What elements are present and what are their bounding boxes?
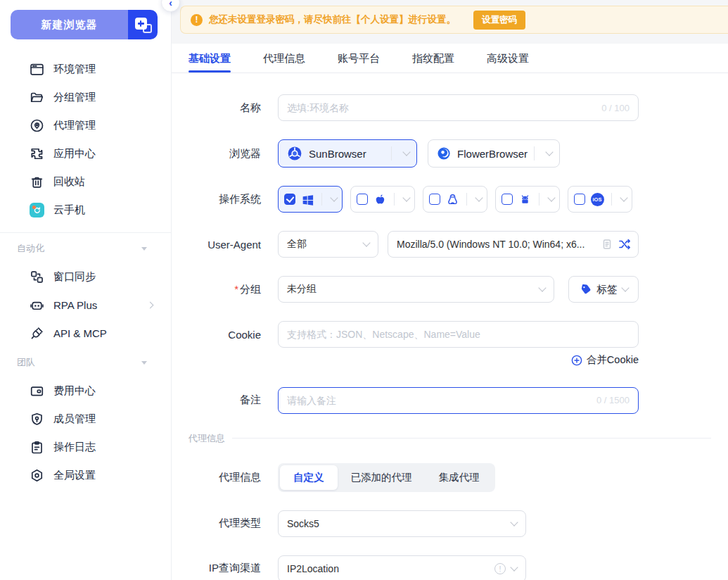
browser-option-flowerbrowser[interactable]: FlowerBrowser [428, 139, 560, 168]
copy-document-icon[interactable] [601, 239, 613, 250]
sidebar-item-label: 回收站 [53, 175, 85, 189]
remark-label: 备注 [189, 393, 261, 407]
tag-button-label: 标签 [597, 283, 618, 296]
sidebar-item-label: 应用中心 [53, 147, 96, 160]
collapse-chevron-icon: ‹ [169, 0, 172, 8]
tab-account-platform[interactable]: 账号平台 [338, 52, 380, 72]
sidebar-section-team[interactable]: 团队 [0, 348, 171, 377]
ip-channel-value: IP2Location [287, 563, 494, 574]
chevron-down-icon [362, 239, 370, 246]
group-row: *分组 未分组 标签 [189, 276, 711, 303]
divider-line [232, 438, 711, 439]
name-row: 名称 0 / 100 [189, 94, 711, 121]
proxy-mode-integrated[interactable]: 集成代理 [426, 465, 493, 490]
robot-icon [30, 298, 44, 313]
caret-down-icon [141, 361, 147, 365]
browser-option-sunbrowser[interactable]: SunBrowser [278, 139, 417, 168]
ua-value: Mozilla/5.0 (Windows NT 10.0; Win64; x6.… [397, 239, 596, 250]
ua-value-field[interactable]: Mozilla/5.0 (Windows NT 10.0; Win64; x6.… [388, 231, 639, 258]
proxy-mode-added[interactable]: 已添加的代理 [338, 465, 426, 490]
proxy-type-select[interactable]: Socks5 [278, 510, 526, 537]
wallet-icon [30, 384, 44, 398]
settings-tabs: 基础设置 代理信息 账号平台 指纹配置 高级设置 [172, 44, 728, 73]
windows-checkbox[interactable] [284, 194, 295, 205]
remark-input[interactable] [287, 395, 591, 406]
sidebar-item-members[interactable]: 成员管理 [0, 405, 171, 433]
os-option-ios[interactable]: iOS [568, 186, 632, 213]
group-select[interactable]: 未分组 [278, 276, 554, 303]
sidebar-item-rpa-plus[interactable]: RPA Plus [0, 291, 171, 319]
name-input[interactable] [287, 102, 596, 113]
user-agent-row: User-Agent 全部 Mozilla/5.0 (Windows NT 10… [189, 231, 711, 258]
sidebar-nav: 环境管理 分组管理 代理管理 应用中心 回收站 [0, 55, 171, 489]
shield-key-icon [30, 412, 44, 427]
warning-icon: ! [191, 14, 203, 26]
new-browser-button[interactable]: 新建浏览器 [11, 10, 158, 39]
os-option-windows[interactable] [278, 186, 343, 213]
tab-advanced-settings[interactable]: 高级设置 [487, 52, 529, 72]
name-input-wrap: 0 / 100 [278, 94, 639, 121]
warning-message: 您还未设置登录密码，请尽快前往【个人设置】进行设置。 [209, 13, 456, 26]
sidebar-item-api-mcp[interactable]: API & MCP [0, 319, 171, 347]
sidebar-item-label: 代理管理 [53, 119, 96, 132]
browser-label: 浏览器 [189, 147, 261, 160]
sidebar-item-operation-log[interactable]: 操作日志 [0, 433, 171, 461]
ua-filter-select[interactable]: 全部 [278, 231, 378, 258]
set-password-button[interactable]: 设置密码 [473, 11, 525, 30]
browser-row: 浏览器 SunBrowser [189, 139, 711, 168]
tab-fingerprint-config[interactable]: 指纹配置 [412, 52, 454, 72]
sidebar-item-label: 成员管理 [53, 412, 96, 426]
shuffle-icon[interactable] [618, 238, 631, 251]
tag-button[interactable]: 标签 [568, 276, 639, 303]
linux-checkbox[interactable] [429, 194, 440, 205]
proxy-mode-row: 代理信息 自定义 已添加的代理 集成代理 [189, 463, 711, 492]
main-content: ! 您还未设置登录密码，请尽快前往【个人设置】进行设置。 设置密码 基础设置 代… [172, 0, 728, 580]
notification-dot [32, 206, 36, 209]
proxy-type-value: Socks5 [287, 518, 511, 529]
group-label: *分组 [189, 283, 261, 296]
sidebar-item-cloud-phone[interactable]: 云手机 [0, 196, 171, 224]
apple-icon [373, 192, 387, 206]
proxy-mode-custom[interactable]: 自定义 [280, 465, 338, 490]
tab-proxy-info[interactable]: 代理信息 [263, 52, 305, 72]
new-browser-plus-icon[interactable] [128, 10, 158, 39]
plus-circle-icon [571, 355, 582, 366]
ios-checkbox[interactable] [574, 194, 585, 205]
chevron-down-icon [475, 194, 483, 201]
required-mark: * [234, 283, 238, 295]
sidebar-item-environment[interactable]: 环境管理 [0, 55, 171, 83]
cookie-row: Cookie [189, 321, 711, 348]
merge-cookie-link[interactable]: 合并Cookie [571, 353, 639, 367]
sidebar-item-recycle-bin[interactable]: 回收站 [0, 168, 171, 196]
cookie-input[interactable] [287, 329, 630, 340]
os-option-macos[interactable] [350, 186, 415, 213]
tab-basic-settings[interactable]: 基础设置 [189, 52, 231, 72]
sidebar-item-billing[interactable]: 费用中心 [0, 377, 171, 405]
sidebar-item-window-sync[interactable]: 窗口同步 [0, 263, 171, 291]
ip-channel-label: IP查询渠道 [189, 562, 261, 575]
sidebar-section-automation[interactable]: 自动化 [0, 234, 171, 263]
os-option-android[interactable] [495, 186, 560, 213]
chevron-down-icon [402, 194, 410, 201]
chevron-down-icon [402, 148, 410, 156]
os-option-linux[interactable] [423, 186, 487, 213]
sidebar-item-global-settings[interactable]: 全局设置 [0, 461, 171, 489]
sidebar-item-groups[interactable]: 分组管理 [0, 83, 171, 111]
chevron-down-icon [538, 284, 546, 291]
macos-checkbox[interactable] [357, 194, 368, 205]
android-checkbox[interactable] [502, 194, 513, 205]
sidebar-item-proxy[interactable]: 代理管理 [0, 111, 171, 139]
basic-settings-form: 名称 0 / 100 浏览器 [172, 73, 728, 580]
plug-icon [30, 326, 44, 341]
ip-channel-select[interactable]: IP2Location ! [278, 555, 526, 580]
plus-icon [135, 18, 147, 30]
folder-icon [30, 90, 44, 105]
chevron-down-icon [510, 518, 518, 526]
separator [466, 193, 467, 206]
remark-row: 备注 0 / 1500 [189, 387, 711, 414]
puzzle-icon [30, 146, 44, 161]
new-browser-label: 新建浏览器 [11, 10, 128, 39]
chevron-down-icon [545, 148, 553, 156]
sidebar-item-app-center[interactable]: 应用中心 [0, 139, 171, 168]
sidebar-item-label: 全局设置 [53, 469, 96, 482]
